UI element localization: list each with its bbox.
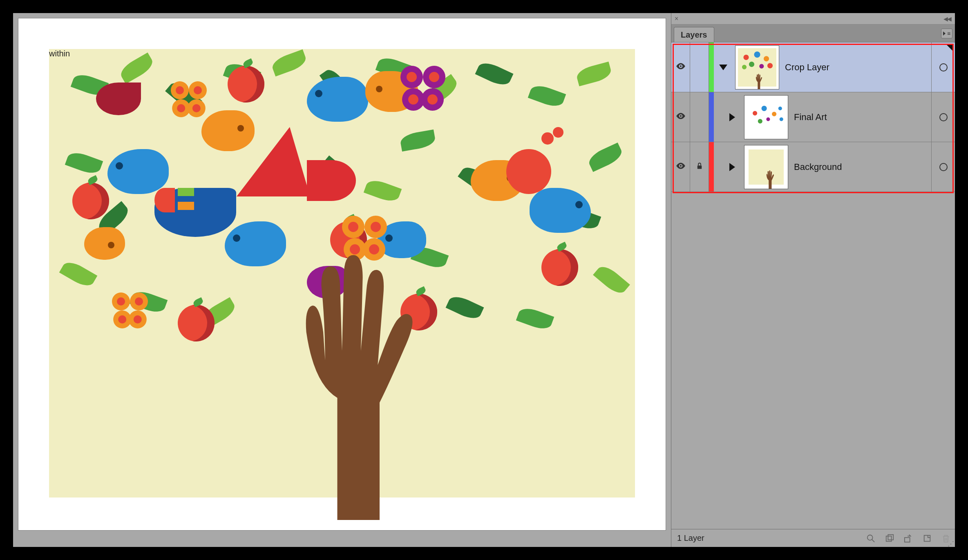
svg-rect-7 bbox=[888, 534, 893, 540]
eye-icon bbox=[675, 61, 686, 74]
lock-toggle[interactable] bbox=[690, 92, 709, 142]
layer-name-label[interactable]: Background bbox=[794, 162, 931, 172]
layer-thumbnail[interactable] bbox=[744, 95, 788, 139]
lock-icon bbox=[696, 161, 703, 172]
layer-count-status: 1 Layer bbox=[677, 533, 704, 543]
svg-rect-9 bbox=[924, 535, 930, 541]
eye-icon bbox=[675, 161, 686, 173]
visibility-toggle[interactable] bbox=[671, 142, 690, 192]
disclosure-toggle[interactable] bbox=[714, 65, 733, 70]
disclosure-toggle[interactable] bbox=[723, 163, 742, 171]
lock-toggle[interactable] bbox=[690, 142, 709, 192]
collapse-icon[interactable]: ◀◀ bbox=[943, 16, 951, 22]
layer-thumbnail[interactable] bbox=[735, 45, 779, 89]
svg-rect-3 bbox=[697, 165, 702, 169]
target-button[interactable] bbox=[931, 142, 955, 192]
panel-footer: 1 Layer bbox=[671, 529, 955, 547]
target-ring-icon bbox=[939, 113, 948, 121]
selection-corner-icon bbox=[946, 44, 953, 51]
svg-line-5 bbox=[872, 539, 874, 542]
visibility-toggle[interactable] bbox=[671, 42, 690, 92]
app-window: within bbox=[13, 13, 955, 547]
target-button[interactable] bbox=[931, 92, 955, 142]
svg-point-1 bbox=[680, 115, 681, 117]
layer-color-bar bbox=[709, 42, 714, 92]
layer-row[interactable]: Final Art bbox=[671, 92, 955, 142]
chevron-right-icon bbox=[729, 113, 735, 121]
layer-row[interactable]: Background bbox=[671, 142, 955, 192]
layers-panel: × ◀◀ Layers Crop Layer bbox=[671, 13, 955, 547]
locate-object-icon[interactable] bbox=[866, 534, 876, 543]
layer-thumbnail[interactable] bbox=[744, 145, 788, 189]
panel-flyout-menu-button[interactable] bbox=[941, 29, 952, 38]
disclosure-toggle[interactable] bbox=[723, 113, 742, 121]
tab-layers[interactable]: Layers bbox=[674, 27, 714, 42]
new-sublayer-icon[interactable] bbox=[903, 534, 913, 543]
svg-point-4 bbox=[867, 535, 873, 540]
layer-color-bar bbox=[709, 142, 714, 192]
artboard[interactable]: within bbox=[18, 18, 666, 531]
target-ring-icon bbox=[939, 163, 948, 171]
layer-list[interactable]: Crop Layer Final Art Background bbox=[671, 42, 955, 529]
visibility-toggle[interactable] bbox=[671, 92, 690, 142]
svg-rect-6 bbox=[886, 536, 892, 541]
layer-name-label[interactable]: Crop Layer bbox=[785, 62, 931, 73]
target-ring-icon bbox=[939, 63, 948, 71]
artwork-background: within bbox=[49, 49, 635, 498]
make-clipping-mask-icon[interactable] bbox=[885, 534, 894, 543]
close-icon[interactable]: × bbox=[675, 15, 678, 22]
svg-point-0 bbox=[680, 65, 681, 67]
layer-color-bar bbox=[709, 92, 714, 142]
eye-icon bbox=[675, 111, 686, 123]
chevron-right-icon bbox=[729, 163, 735, 171]
layer-name-label[interactable]: Final Art bbox=[794, 112, 931, 123]
resize-grip-icon[interactable]: ⋰ bbox=[948, 542, 954, 546]
panel-titlebar[interactable]: × ◀◀ bbox=[671, 13, 955, 25]
svg-rect-8 bbox=[905, 538, 910, 542]
svg-point-2 bbox=[680, 165, 681, 167]
canvas-area[interactable]: within bbox=[13, 13, 671, 547]
hand-tree-trunk bbox=[248, 236, 436, 522]
chevron-down-icon bbox=[719, 65, 727, 70]
new-layer-icon[interactable] bbox=[922, 534, 932, 543]
panel-tab-bar: Layers bbox=[671, 25, 955, 42]
lock-toggle[interactable] bbox=[690, 42, 709, 92]
layer-row[interactable]: Crop Layer bbox=[671, 42, 955, 92]
target-button[interactable] bbox=[931, 42, 955, 92]
